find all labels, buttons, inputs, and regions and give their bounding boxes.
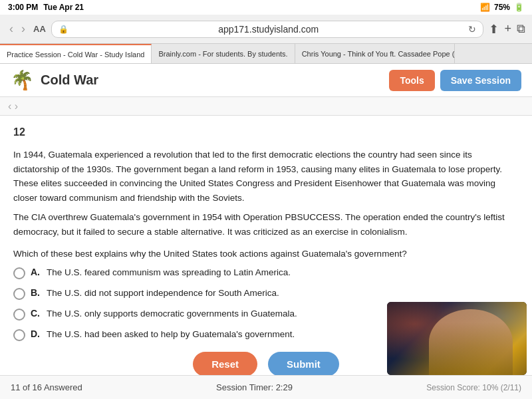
time-display: 3:00 PM [8,3,38,12]
timer-label: Session Timer: [216,382,273,392]
save-session-button[interactable]: Save Session [440,70,521,91]
share-button[interactable]: ⬆ [489,22,499,37]
submit-button[interactable]: Submit [268,352,339,375]
tab-study-island[interactable]: Practice Session - Cold War - Study Isla… [0,44,152,63]
tabs-bar: Practice Session - Cold War - Study Isla… [0,44,532,64]
video-thumbnail [387,302,527,375]
forward-button[interactable]: › [19,22,28,36]
option-letter-d: D. [31,329,41,339]
tab-label-2: Brainly.com - For students. By students. [158,50,287,58]
session-score: Session Score: 10% (2/11) [426,383,521,392]
passage-paragraph-1: In 1944, Guatemala experienced a revolut… [13,148,519,205]
date-display: Tue Apr 21 [43,3,84,12]
option-text-c: The U.S. only supports democratic govern… [47,308,297,321]
wifi-icon: 📶 [480,3,490,12]
tab-label-1: Practice Session - Cold War - Study Isla… [7,51,144,59]
question-number: 12 [13,126,519,138]
tab-label-3: Chris Young - Think of You ft. Cassadee … [302,50,455,58]
tab-brainly[interactable]: Brainly.com - For students. By students. [152,44,295,63]
nav-strip: ‹ › [0,97,532,116]
option-text-b: The U.S. did not support independence fo… [47,287,279,300]
reload-icon[interactable]: ↻ [468,24,476,35]
question-text: Which of these best explains why the Uni… [13,249,519,259]
radio-d[interactable] [13,329,25,341]
timer-display: Session Timer: 2:29 [216,382,293,392]
video-person-figure [429,309,513,375]
browser-chrome: ‹ › AA 🔒 app171.studyisland.com ↻ ⬆ + ⧉ [0,15,532,44]
address-bar[interactable]: 🔒 app171.studyisland.com ↻ [51,21,484,38]
option-b[interactable]: B. The U.S. did not support independence… [13,287,519,300]
back-button[interactable]: ‹ [7,22,16,36]
nav-arrows[interactable]: ‹ › [8,100,18,112]
option-a[interactable]: A. The U.S. feared communism was spreadi… [13,267,519,279]
url-text: app171.studyisland.com [72,24,465,35]
battery-display: 75% [494,3,510,12]
option-letter-b: B. [31,287,41,298]
option-letter-a: A. [31,267,41,277]
lock-icon: 🔒 [59,25,68,34]
battery-icon: 🔋 [514,3,524,12]
tab-music[interactable]: Chris Young - Think of You ft. Cassadee … [295,44,455,63]
option-letter-c: C. [31,308,41,319]
reset-button[interactable]: Reset [193,352,257,375]
radio-c[interactable] [13,309,25,321]
radio-a[interactable] [13,267,25,279]
app-header: 🌴 Cold War Tools Save Session [0,64,532,97]
radio-b[interactable] [13,288,25,300]
option-text-d: The U.S. had been asked to help by Guate… [47,329,295,341]
tools-button[interactable]: Tools [389,70,434,91]
passage-text: In 1944, Guatemala experienced a revolut… [13,148,519,239]
reader-mode-button[interactable]: AA [33,24,46,34]
tabs-button[interactable]: ⧉ [517,22,525,37]
bottom-bar: 11 of 16 Answered Session Timer: 2:29 Se… [0,375,532,399]
status-bar: 3:00 PM Tue Apr 21 📶 75% 🔋 [0,0,532,15]
new-tab-button[interactable]: + [504,22,511,37]
timer-value: 2:29 [276,382,293,392]
video-overlay[interactable] [387,302,527,375]
page-title: Cold War [41,72,98,88]
option-text-a: The U.S. feared communism was spreading … [47,267,291,279]
passage-paragraph-2: The CIA overthrew Guatemala's government… [13,210,519,239]
progress-text: 11 of 16 Answered [11,382,82,392]
palm-tree-icon: 🌴 [11,69,34,91]
